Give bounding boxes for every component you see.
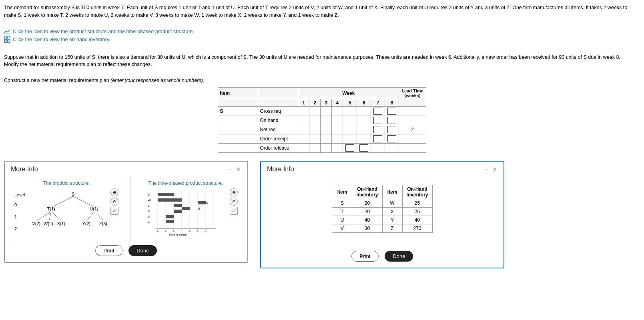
inventory-link[interactable]: Click the icon to view the on-hand inven… — [4, 36, 640, 43]
net-req-w8-input[interactable] — [387, 126, 396, 133]
nr-w7 — [371, 125, 385, 134]
gross-req-w7-input[interactable] — [373, 108, 382, 115]
col-week: Week — [298, 88, 399, 99]
row-label-order-release: Order release — [258, 144, 298, 153]
product-structure-area: The product structure. Level 0 1 2 S — [11, 177, 241, 241]
inv-inv1: 40 — [352, 216, 382, 224]
table-row-order-release: Order release — [218, 144, 426, 153]
inv-item2: X — [382, 208, 402, 216]
net-req-w7-input[interactable] — [373, 126, 382, 133]
ps-left-panel: The product structure. Level 0 1 2 S — [11, 177, 122, 241]
table-row-order-receipt: Order receipt — [218, 134, 426, 144]
on-hand-w8-input[interactable] — [387, 117, 396, 124]
mrp-table: Item Week Lead Time (weeks) 1 2 3 4 5 6 … — [218, 87, 426, 153]
col-lead-time: Lead Time (weeks) — [399, 88, 426, 99]
inv-col-inv2: On-Hand Inventory — [402, 185, 432, 199]
tps-bar-S — [198, 201, 206, 204]
week-7-header: 7 — [371, 99, 385, 107]
expand-btn-left[interactable]: ⤢ — [110, 207, 118, 215]
inv-inv2: 270 — [402, 224, 432, 233]
construct-paragraph: Construct a new net material requirement… — [4, 78, 640, 83]
order-receipt-w8-input[interactable] — [387, 135, 396, 142]
zoom-out-btn-right[interactable]: ⊖ — [230, 198, 238, 206]
ps-left-subtitle: The product structure. — [14, 180, 118, 186]
tps-week2: 2 — [165, 229, 167, 232]
or-w6 — [357, 134, 371, 144]
dialog2-print-btn[interactable]: Print — [351, 251, 379, 262]
tps-week5: 5 — [189, 229, 191, 232]
zoom-in-btn-right[interactable]: ⊕ — [230, 188, 238, 196]
oh-w1 — [298, 116, 309, 125]
line-T-X — [51, 212, 61, 220]
oh-w3 — [321, 116, 332, 125]
suppose-paragraph: Suppose that in addition to 150 units of… — [4, 54, 636, 69]
line-U-Y — [87, 212, 94, 220]
level-label-text: Level — [14, 192, 25, 197]
mrp-section: Item Week Lead Time (weeks) 1 2 3 4 5 6 … — [4, 87, 640, 153]
tps-week1: 1 — [157, 229, 158, 232]
week-1-header: 1 — [298, 99, 309, 107]
orel-lt — [399, 144, 426, 153]
orel-w3 — [321, 144, 332, 153]
dialog2-minimize-btn[interactable]: – — [483, 166, 489, 172]
svg-rect-2 — [8, 37, 10, 39]
tps-bar-V — [158, 193, 174, 196]
dialog1-footer: Print Done — [11, 245, 241, 256]
order-release-w6-input[interactable] — [359, 144, 368, 152]
inventory-row: U 40 Y 40 — [332, 216, 432, 224]
or-w1 — [298, 134, 309, 144]
on-hand-w7-input[interactable] — [373, 117, 382, 124]
node-V2: V(2) — [32, 221, 41, 226]
order-release-w5-input[interactable] — [345, 144, 354, 152]
dialog1-print-btn[interactable]: Print — [95, 245, 123, 256]
dialog1-titlebar: More Info – × — [11, 166, 241, 173]
col-item: Item — [218, 88, 258, 99]
dialog1-done-btn[interactable]: Done — [128, 245, 157, 256]
or-w8 — [385, 134, 399, 144]
tps-bar-X — [174, 210, 182, 213]
inv-item2: Z — [382, 224, 402, 233]
tps-label-W: W — [148, 198, 151, 202]
dialog1-minimize-btn[interactable]: – — [227, 166, 233, 172]
dialog2-close-btn[interactable]: × — [492, 166, 498, 172]
row-label-gross-req: Gross req — [258, 107, 298, 116]
tree-svg-container: S T(1) U(1) — [28, 188, 118, 234]
dialog1-close-btn[interactable]: × — [236, 166, 241, 172]
inv-item1: U — [332, 216, 352, 224]
expand-btn-right[interactable]: ⤢ — [230, 207, 238, 215]
gross-req-w8-input[interactable] — [387, 108, 396, 115]
dialog2-footer: Print Done — [267, 251, 498, 262]
zoom-out-btn-left[interactable]: ⊖ — [110, 198, 118, 206]
line-S-T — [53, 196, 73, 206]
item-s-empty1 — [218, 116, 258, 125]
tps-container: V W T X — [134, 188, 238, 238]
nr-w4 — [332, 125, 343, 134]
ps-right-subtitle: The time-phased product structure. — [134, 180, 238, 186]
node-X1: X(1) — [57, 221, 66, 226]
nr-w5 — [343, 125, 357, 134]
dialog2-title: More Info — [267, 166, 294, 173]
zoom-controls-right: ⊕ ⊖ ⤢ — [230, 188, 238, 215]
tps-label-V: V — [148, 193, 150, 196]
tps-label-U: U — [198, 207, 200, 210]
zoom-in-btn-left[interactable]: ⊕ — [110, 188, 118, 196]
level-1: 1 — [14, 211, 25, 223]
inv-inv2: 25 — [402, 208, 432, 216]
nr-w1 — [298, 125, 309, 134]
tps-label-T: T — [148, 204, 150, 208]
gross-w5 — [343, 107, 357, 116]
inv-col-inv1: On-Hand Inventory — [352, 185, 382, 199]
line-T-V — [37, 212, 51, 220]
nr-w6 — [357, 125, 371, 134]
gross-w3 — [321, 107, 332, 116]
inv-inv2: 40 — [402, 216, 432, 224]
inventory-row: S 20 W 25 — [332, 199, 432, 208]
product-structure-link[interactable]: Click the icon to view the product struc… — [4, 28, 640, 35]
tps-bar-U — [182, 207, 190, 210]
tps-x-axis-label: Time in weeks — [169, 233, 187, 236]
dialog2-done-btn[interactable]: Done — [385, 251, 413, 262]
oh-w4 — [332, 116, 343, 125]
gross-w2 — [309, 107, 321, 116]
order-receipt-w7-input[interactable] — [373, 135, 382, 142]
inv-col-item2: Item — [382, 185, 402, 199]
